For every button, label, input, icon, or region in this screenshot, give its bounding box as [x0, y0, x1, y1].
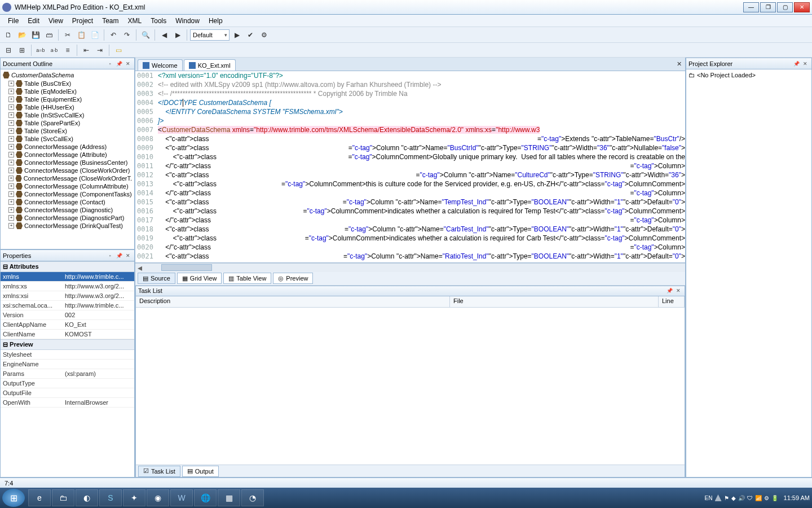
tray-lang[interactable]: EN [705, 495, 713, 501]
start-button[interactable]: ⊞ [2, 489, 25, 507]
menu-window[interactable]: Window [171, 16, 204, 26]
expand-icon[interactable]: + [8, 144, 14, 150]
tab-ko-ext[interactable]: KO_Ext.xml [184, 59, 236, 71]
open-button[interactable]: 📂 [16, 29, 28, 41]
save-button[interactable]: 💾 [29, 29, 42, 41]
prop-row[interactable]: xmlns:xsihttp://www.w3.org/2... [1, 291, 134, 301]
maximize-button[interactable]: ▢ [777, 2, 793, 12]
taskbar-xmlpad[interactable]: ◔ [241, 489, 264, 506]
col-file[interactable]: File [450, 296, 659, 307]
tray-icon[interactable]: ⚙ [764, 495, 769, 501]
outdent-button[interactable]: ⇤ [80, 44, 92, 56]
attr-button[interactable]: a=b [34, 44, 47, 56]
prop-row[interactable]: ClientAppNameKO_Ext [1, 320, 134, 330]
menu-xml[interactable]: XML [123, 16, 147, 26]
tab-welcome[interactable]: Welcome [138, 59, 183, 71]
taskbar-app4[interactable]: ▦ [218, 489, 240, 506]
expand-icon[interactable]: + [8, 191, 14, 197]
col-description[interactable]: Description [136, 296, 450, 307]
outline-close-icon[interactable]: ✕ [124, 60, 132, 68]
menu-edit[interactable]: Edit [23, 16, 44, 26]
run-button[interactable]: ▶ [231, 29, 243, 41]
bottab-tasklist[interactable]: ☑ Task List [138, 466, 180, 477]
outline-item[interactable]: +ConnectorMessage (ComponentTasks) [1, 190, 134, 198]
outline-pin-icon[interactable]: 📌 [115, 60, 123, 68]
restore-button[interactable]: ❐ [760, 2, 776, 12]
tray-icon[interactable]: ◆ [731, 495, 736, 501]
expand-icon[interactable]: + [8, 215, 14, 221]
outline-item[interactable]: +ConnectorMessage (DrinkQualTest) [1, 222, 134, 230]
expand-icon[interactable]: + [8, 223, 14, 229]
explorer-close-icon[interactable]: ✕ [801, 60, 809, 68]
expand-icon[interactable]: + [8, 104, 14, 110]
expand-icon[interactable]: + [8, 176, 14, 181]
system-tray[interactable]: EN ⚑ ◆ 🔊 🛡 📶 ⚙ 🔋 11:59 AM [705, 494, 810, 501]
elem-button[interactable]: a·b [48, 44, 60, 56]
expand-icon[interactable]: + [8, 120, 14, 126]
col-line[interactable]: Line [659, 296, 685, 307]
menu-tools[interactable]: Tools [146, 16, 171, 26]
undo-button[interactable]: ↶ [107, 29, 120, 41]
prop-row[interactable]: ClientNameKOMOST [1, 330, 134, 339]
prop-row[interactable]: xsi:schemaLoca...http://www.trimble.c... [1, 301, 134, 310]
menu-team[interactable]: Team [98, 16, 123, 26]
editor-hscroll[interactable]: ◂ [135, 263, 685, 272]
options-button[interactable]: ⚙ [258, 29, 270, 41]
outline-item[interactable]: +Table (HHUserEx) [1, 103, 134, 111]
explorer-pin-icon[interactable]: 📌 [792, 60, 800, 68]
tree-collapse-button[interactable]: ⊟ [2, 44, 15, 56]
taskbar-explorer[interactable]: 🗀 [52, 489, 74, 506]
new-button[interactable]: 🗋 [2, 29, 15, 41]
outline-item[interactable]: +ConnectorMessage (Attribute) [1, 151, 134, 159]
expand-icon[interactable]: + [8, 112, 14, 118]
prop-row[interactable]: OutputFile [1, 388, 134, 398]
tab-close-icon[interactable]: ✕ [675, 60, 683, 68]
redo-button[interactable]: ↷ [121, 29, 133, 41]
props-dock-icon[interactable]: ▫ [106, 252, 114, 260]
copy-button[interactable]: 📋 [75, 29, 87, 41]
taskbar-skype[interactable]: S [99, 489, 122, 506]
expand-icon[interactable]: + [8, 183, 14, 189]
prop-row[interactable]: Version002 [1, 310, 134, 320]
prop-row[interactable]: xmlns:xshttp://www.w3.org/2... [1, 282, 134, 291]
taskbar-ie[interactable]: e [28, 489, 51, 506]
nav-back-button[interactable]: ◀ [158, 29, 170, 41]
prop-row[interactable]: Stylesheet [1, 350, 134, 360]
expand-icon[interactable]: + [8, 136, 14, 142]
tray-icon[interactable]: 🛡 [747, 495, 753, 501]
prop-row[interactable]: xmlnshttp://www.trimble.c... [1, 272, 134, 282]
minimize-button[interactable]: — [743, 2, 759, 12]
tray-icon[interactable]: 🔋 [771, 495, 778, 501]
outline-item[interactable]: +Table (EqModelEx) [1, 87, 134, 95]
expand-icon[interactable]: + [8, 81, 14, 86]
bottab-output[interactable]: ▤ Output [182, 466, 219, 477]
outline-item[interactable]: +ConnectorMessage (Address) [1, 143, 134, 151]
taskbar-word[interactable]: W [170, 489, 193, 506]
outline-item[interactable]: +Table (EquipmentEx) [1, 95, 134, 103]
code-editor[interactable]: 0001<?xml version="1.0" encoding="UTF-8"… [135, 71, 685, 262]
outline-item[interactable]: +ConnectorMessage (ColumnAttribute) [1, 182, 134, 190]
prop-row[interactable]: EngineName [1, 360, 134, 369]
outline-item[interactable]: +ConnectorMessage (CloseWorkOrderT. [1, 174, 134, 182]
outline-item[interactable]: +Table (SparePartEx) [1, 119, 134, 127]
prop-row[interactable]: OpenWithInternalBrowser [1, 398, 134, 408]
outline-item[interactable]: +ConnectorMessage (Contact) [1, 198, 134, 206]
menu-help[interactable]: Help [204, 16, 227, 26]
expand-icon[interactable]: + [8, 97, 14, 102]
props-close-icon[interactable]: ✕ [124, 252, 132, 260]
viewtab-grid[interactable]: ▦ Grid View [177, 273, 222, 284]
config-combo[interactable]: Default [190, 29, 230, 41]
viewtab-source[interactable]: ▤ Source [138, 273, 175, 284]
cut-button[interactable]: ✂ [61, 29, 74, 41]
outline-item[interactable]: +Table (SvcCallEx) [1, 135, 134, 143]
tray-clock[interactable]: 11:59 AM [784, 495, 810, 501]
outline-item[interactable]: +ConnectorMessage (CloseWorkOrder) [1, 167, 134, 174]
highlight-button[interactable]: ▭ [112, 44, 125, 56]
outline-tree[interactable]: CustomerDataSchema +Table (BusCtrEx)+Tab… [1, 69, 134, 249]
outline-item[interactable]: +Table (BusCtrEx) [1, 80, 134, 87]
props-pin-icon[interactable]: 📌 [115, 252, 123, 260]
outline-item[interactable]: +ConnectorMessage (BusinessCenter) [1, 159, 134, 167]
tray-icon[interactable]: 📶 [755, 495, 762, 501]
tray-up-icon[interactable] [715, 494, 722, 501]
outline-item[interactable]: +Table (InStSvcCallEx) [1, 111, 134, 119]
